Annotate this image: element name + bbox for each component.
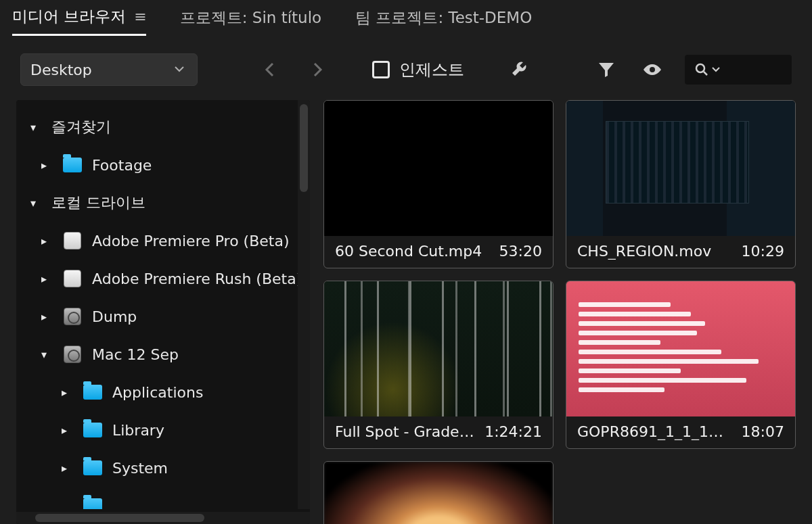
media-clip-card[interactable]: GOPR8691_1_1_1… 18:07 [566, 281, 796, 449]
tree-group-local-drives[interactable]: ▾ 로컬 드라이브 [16, 184, 310, 222]
media-clip-card[interactable]: Full Spot - Grade… 1:24:21 [323, 281, 554, 449]
clip-name: GOPR8691_1_1_1… [577, 423, 723, 440]
scrollbar-thumb[interactable] [300, 104, 308, 192]
filter-funnel-button[interactable] [593, 56, 620, 83]
tree-label: Adobe Premiere Rush (Beta) [92, 270, 302, 287]
clip-thumbnail [324, 281, 553, 416]
tree-item-drive[interactable]: ▸ Adobe Premiere Pro (Beta) [16, 222, 310, 260]
clip-duration: 10:29 [742, 243, 784, 260]
chevron-down-icon: ▾ [24, 121, 42, 134]
svg-point-0 [696, 64, 704, 72]
chevron-right-icon: ▸ [35, 159, 53, 172]
chevron-down-icon: ▾ [35, 348, 53, 361]
tree-item-folder[interactable]: ▸ System [16, 449, 310, 487]
search-field[interactable] [685, 55, 792, 85]
chevron-down-icon [174, 63, 185, 77]
tree-item-folder[interactable] [16, 487, 310, 509]
drive-icon [62, 231, 83, 250]
clip-thumbnail [324, 462, 553, 524]
tab-project[interactable]: 프로젝트: Sin título [180, 7, 321, 35]
clip-duration: 18:07 [742, 423, 784, 440]
clip-name: Full Spot - Grade… [335, 423, 474, 440]
tree-label: 로컬 드라이브 [51, 193, 145, 213]
folder-icon [62, 156, 83, 174]
folder-icon [83, 458, 103, 477]
visibility-eye-button[interactable] [639, 56, 666, 83]
tab-label: 미디어 브라우저 [12, 6, 126, 27]
checkbox-icon [372, 61, 390, 78]
clip-duration: 53:20 [499, 243, 542, 260]
nav-forward-button[interactable] [303, 56, 330, 83]
tree-label: Library [112, 422, 164, 439]
media-clip-card[interactable]: 60 Second Cut.mp4 53:20 [323, 100, 554, 268]
chevron-right-icon: ▸ [35, 310, 53, 323]
tree-item-drive[interactable]: ▸ Adobe Premiere Rush (Beta) [16, 260, 310, 297]
main-split: ▾ 즐겨찾기 ▸ Footage ▾ 로컬 드라이브 ▸ Adobe Premi… [0, 100, 812, 524]
clip-duration: 1:24:21 [484, 423, 542, 440]
chevron-down-icon [712, 66, 720, 74]
tree-label: Applications [112, 384, 203, 401]
location-select[interactable]: Desktop [20, 53, 198, 86]
tree-label: 즐겨찾기 [51, 117, 111, 137]
folder-icon [83, 496, 103, 509]
tab-media-browser[interactable]: 미디어 브라우저 ≡ [12, 6, 146, 36]
media-thumbnail-grid: 60 Second Cut.mp4 53:20 CHS_REGION.mov 1… [323, 100, 805, 524]
folder-tree-panel: ▾ 즐겨찾기 ▸ Footage ▾ 로컬 드라이브 ▸ Adobe Premi… [16, 100, 310, 524]
chevron-right-icon: ▸ [55, 386, 73, 399]
tree-label: Adobe Premiere Pro (Beta) [92, 233, 290, 249]
media-clip-card[interactable] [323, 461, 554, 524]
chevron-right-icon: ▸ [35, 235, 53, 247]
panel-tab-bar: 미디어 브라우저 ≡ 프로젝트: Sin título 팀 프로젝트: Test… [0, 0, 812, 34]
clip-thumbnail [324, 101, 553, 236]
media-clip-card[interactable]: CHS_REGION.mov 10:29 [566, 100, 796, 268]
scrollbar-vertical[interactable] [298, 100, 310, 509]
drive-icon [62, 307, 83, 326]
panel-menu-icon[interactable]: ≡ [134, 8, 145, 25]
tree-label: Mac 12 Sep [92, 346, 179, 363]
tree-item-folder[interactable]: ▸ Library [16, 411, 310, 449]
tree-item-drive-mac12sep[interactable]: ▾ Mac 12 Sep [16, 335, 310, 373]
drive-icon [62, 345, 83, 364]
clip-name: CHS_REGION.mov [577, 243, 711, 260]
tab-label: 프로젝트: Sin título [180, 7, 321, 28]
tree-label: System [112, 460, 168, 477]
wrench-settings-button[interactable] [506, 56, 533, 83]
scrollbar-horizontal[interactable] [16, 512, 310, 524]
clip-thumbnail [566, 101, 795, 236]
clip-name: 60 Second Cut.mp4 [335, 243, 482, 260]
location-select-value: Desktop [30, 62, 92, 78]
tab-label: 팀 프로젝트: Test-DEMO [355, 7, 532, 28]
ingest-label: 인제스트 [399, 59, 464, 80]
chevron-right-icon: ▸ [55, 462, 73, 475]
tree-group-favorites[interactable]: ▾ 즐겨찾기 [16, 108, 310, 146]
tab-team-project[interactable]: 팀 프로젝트: Test-DEMO [355, 7, 532, 35]
tree-label: Dump [92, 308, 137, 325]
chevron-right-icon: ▸ [35, 272, 53, 285]
nav-back-button[interactable] [257, 56, 284, 83]
clip-thumbnail-media-offline [566, 281, 795, 416]
ingest-toggle[interactable]: 인제스트 [372, 59, 464, 80]
search-icon [694, 62, 709, 77]
scrollbar-thumb[interactable] [35, 514, 204, 522]
tree-label: Footage [92, 157, 152, 174]
drive-icon [62, 269, 83, 288]
chevron-down-icon: ▾ [24, 197, 42, 210]
tree-item-footage[interactable]: ▸ Footage [16, 146, 310, 184]
chevron-right-icon: ▸ [55, 424, 73, 437]
tree-item-drive[interactable]: ▸ Dump [16, 297, 310, 335]
media-browser-toolbar: Desktop 인제스트 [0, 34, 812, 100]
folder-icon [83, 421, 103, 439]
folder-icon [83, 383, 103, 402]
tree-item-folder[interactable]: ▸ Applications [16, 373, 310, 411]
folder-tree[interactable]: ▾ 즐겨찾기 ▸ Footage ▾ 로컬 드라이브 ▸ Adobe Premi… [16, 100, 310, 509]
